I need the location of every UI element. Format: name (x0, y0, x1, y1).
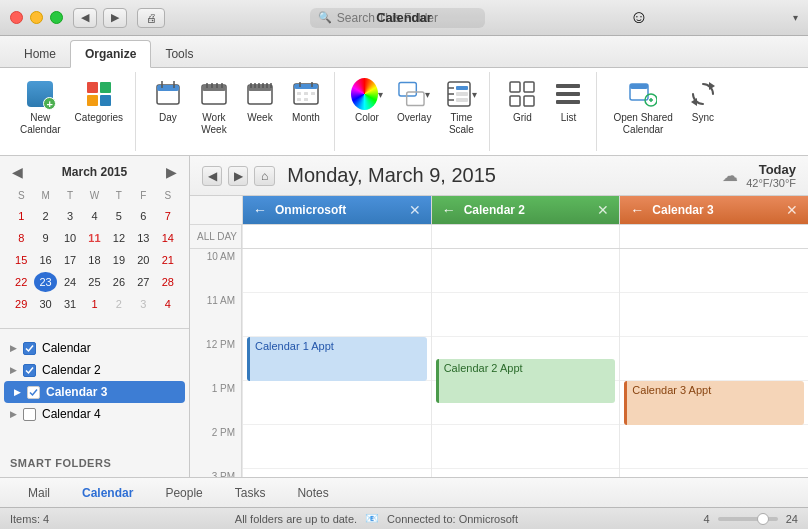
cal-day[interactable]: 27 (132, 272, 154, 292)
maximize-button[interactable] (50, 11, 63, 24)
all-day-cell-2[interactable] (431, 225, 620, 248)
categories-button[interactable]: Categories (69, 74, 129, 128)
back-button[interactable]: ◀ (73, 8, 97, 28)
col-arrow-icon[interactable]: ← (253, 202, 267, 218)
cal-day[interactable]: 9 (34, 228, 56, 248)
all-day-cell-3[interactable] (619, 225, 808, 248)
cal-day[interactable]: 3 (59, 206, 81, 226)
appointment-2[interactable]: Calendar 2 Appt (436, 359, 616, 403)
cal-day[interactable]: 28 (157, 272, 179, 292)
color-button[interactable]: ▾ Color (345, 74, 389, 128)
zoom-thumb[interactable] (757, 513, 769, 525)
cal-day[interactable]: 1 (83, 294, 105, 314)
col-close-1[interactable]: ✕ (409, 202, 421, 218)
work-week-view-button[interactable]: Work Week (192, 74, 236, 140)
cal-prev-button[interactable]: ◀ (202, 166, 222, 186)
cal-day[interactable]: 24 (59, 272, 81, 292)
nav-mail[interactable]: Mail (12, 480, 66, 506)
cal-day[interactable]: 25 (83, 272, 105, 292)
minimize-button[interactable] (30, 11, 43, 24)
cal-day[interactable]: 30 (34, 294, 56, 314)
calendar-column-1[interactable]: Calendar 1 Appt (242, 249, 431, 477)
zoom-slider[interactable] (718, 517, 778, 521)
calendar-list-item[interactable]: ▶ Calendar 4 (0, 403, 189, 425)
cal-day[interactable]: 4 (157, 294, 179, 314)
cal-day[interactable]: 5 (108, 206, 130, 226)
calendar-checkbox[interactable] (23, 408, 36, 421)
calendar-column-2[interactable]: Calendar 2 Appt (431, 249, 620, 477)
today-info: Today 42°F/30°F (746, 162, 796, 189)
appointment-title: Calendar 3 Appt (632, 384, 711, 396)
cal-day[interactable]: 31 (59, 294, 81, 314)
cal-day[interactable]: 19 (108, 250, 130, 270)
cal-day[interactable]: 4 (83, 206, 105, 226)
grid-view-button[interactable]: Grid (500, 74, 544, 128)
cal-day[interactable]: 10 (59, 228, 81, 248)
cal-today-button[interactable]: ⌂ (254, 166, 275, 186)
cal-day[interactable]: 14 (157, 228, 179, 248)
close-button[interactable] (10, 11, 23, 24)
chevron-down-icon[interactable]: ▾ (793, 12, 798, 23)
calendar-list-item-selected[interactable]: ▶ Calendar 3 (4, 381, 185, 403)
new-calendar-button[interactable]: + New Calendar (14, 74, 67, 140)
nav-calendar[interactable]: Calendar (66, 480, 149, 506)
calendar-list-item[interactable]: ▶ Calendar 2 (0, 359, 189, 381)
cal-day[interactable]: 22 (10, 272, 32, 292)
hour-line (432, 469, 620, 477)
cal-day[interactable]: 6 (132, 206, 154, 226)
cal-day[interactable]: 2 (108, 294, 130, 314)
sync-button[interactable]: Sync (681, 74, 725, 128)
tab-home[interactable]: Home (10, 41, 70, 67)
cal-day[interactable]: 12 (108, 228, 130, 248)
cal-day[interactable]: 8 (10, 228, 32, 248)
cal-day-today[interactable]: 23 (34, 272, 56, 292)
overlay-button[interactable]: ▾ Overlay (391, 74, 437, 128)
mini-cal-next[interactable]: ▶ (162, 164, 181, 180)
month-view-button[interactable]: Month (284, 74, 328, 128)
cal-day[interactable]: 2 (34, 206, 56, 226)
calendar-checkbox[interactable] (23, 342, 36, 355)
col-close-3[interactable]: ✕ (786, 202, 798, 218)
cal-day[interactable]: 11 (83, 228, 105, 248)
forward-button[interactable]: ▶ (103, 8, 127, 28)
color-label: Color (355, 112, 379, 124)
col-arrow-icon[interactable]: ← (442, 202, 456, 218)
week-view-button[interactable]: Week (238, 74, 282, 128)
cal-next-button[interactable]: ▶ (228, 166, 248, 186)
calendar-column-3[interactable]: Calendar 3 Appt (619, 249, 808, 477)
tab-organize[interactable]: Organize (70, 40, 151, 68)
cal-day[interactable]: 26 (108, 272, 130, 292)
cal-day[interactable]: 13 (132, 228, 154, 248)
time-scale-button[interactable]: ▾ Time Scale (439, 74, 483, 140)
all-day-cell-1[interactable] (242, 225, 431, 248)
col-close-2[interactable]: ✕ (597, 202, 609, 218)
cal-day[interactable]: 21 (157, 250, 179, 270)
cal-day[interactable]: 1 (10, 206, 32, 226)
list-view-button[interactable]: List (546, 74, 590, 128)
calendar-list-item[interactable]: ▶ Calendar (0, 337, 189, 359)
new-calendar-label: New Calendar (20, 112, 61, 136)
cal-day[interactable]: 17 (59, 250, 81, 270)
cal-day[interactable]: 7 (157, 206, 179, 226)
cal-day[interactable]: 3 (132, 294, 154, 314)
nav-tasks[interactable]: Tasks (219, 480, 282, 506)
nav-people[interactable]: People (149, 480, 218, 506)
mini-cal-prev[interactable]: ◀ (8, 164, 27, 180)
cal-day[interactable]: 29 (10, 294, 32, 314)
cal-day[interactable]: 16 (34, 250, 56, 270)
nav-notes[interactable]: Notes (281, 480, 344, 506)
open-shared-calendar-button[interactable]: Open Shared Calendar (607, 74, 679, 140)
tab-tools[interactable]: Tools (151, 41, 207, 67)
categories-label: Categories (75, 112, 123, 124)
col-arrow-icon[interactable]: ← (630, 202, 644, 218)
smiley-icon[interactable]: ☺ (630, 7, 648, 28)
appointment-1[interactable]: Calendar 1 Appt (247, 337, 427, 381)
cal-day[interactable]: 18 (83, 250, 105, 270)
day-view-button[interactable]: Day (146, 74, 190, 128)
appointment-3[interactable]: Calendar 3 Appt (624, 381, 804, 425)
print-button[interactable]: 🖨 (137, 8, 165, 28)
calendar-checkbox[interactable] (27, 386, 40, 399)
cal-day[interactable]: 20 (132, 250, 154, 270)
calendar-checkbox[interactable] (23, 364, 36, 377)
cal-day[interactable]: 15 (10, 250, 32, 270)
